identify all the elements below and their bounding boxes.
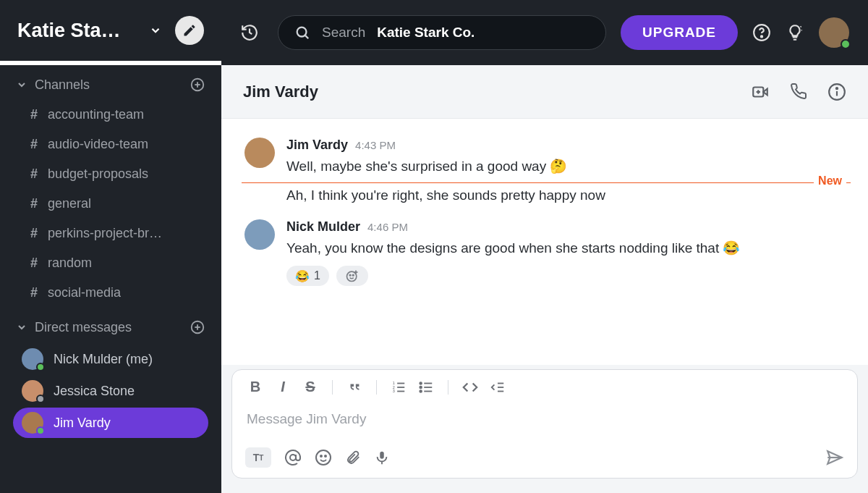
dm-item[interactable]: Jessica Stone — [13, 376, 208, 406]
dm-item-active[interactable]: Jim Vardy — [13, 408, 208, 438]
voice-button[interactable] — [374, 450, 390, 465]
svg-point-30 — [420, 382, 422, 384]
presence-online-icon — [841, 39, 851, 49]
help-icon[interactable] — [752, 23, 771, 42]
message-list: Jim Vardy 4:43 PM Well, maybe she's surp… — [221, 119, 868, 365]
current-user-avatar[interactable] — [819, 17, 849, 48]
channel-name: social-media — [48, 285, 121, 300]
channel-item[interactable]: #general — [4, 189, 217, 219]
quote-button[interactable] — [344, 379, 365, 395]
emoji-button[interactable] — [315, 449, 332, 466]
strike-button[interactable]: S — [300, 379, 320, 395]
channel-item[interactable]: #audio-video-team — [4, 130, 217, 159]
upgrade-button[interactable]: UPGRADE — [621, 15, 738, 50]
channel-name: audio-video-team — [48, 137, 148, 152]
message-author: Nick Mulder — [286, 219, 360, 235]
svg-point-15 — [836, 88, 838, 89]
italic-button[interactable]: I — [273, 379, 293, 395]
dm-label: Direct messages — [35, 320, 190, 335]
avatar[interactable] — [244, 219, 275, 250]
ordered-list-button[interactable]: 123 — [388, 379, 409, 395]
code-block-button[interactable] — [488, 379, 508, 395]
room-header: Jim Vardy — [221, 65, 868, 119]
hash-icon: # — [30, 107, 48, 122]
separator — [448, 380, 448, 395]
channel-item[interactable]: #budget-proposals — [4, 159, 217, 189]
mention-button[interactable] — [284, 449, 302, 466]
search-icon — [294, 25, 310, 41]
hash-icon: # — [30, 167, 48, 182]
message-text: Well, maybe she's surprised in a good wa… — [286, 156, 852, 177]
hash-icon: # — [30, 196, 48, 211]
channels-section-header[interactable]: Channels — [0, 65, 221, 100]
history-icon[interactable] — [240, 23, 259, 42]
svg-point-37 — [316, 450, 331, 465]
code-button[interactable] — [460, 379, 480, 395]
chevron-down-icon — [16, 79, 27, 90]
composer: B I S 123 — [231, 369, 858, 479]
dm-name: Nick Mulder (me) — [54, 352, 153, 367]
presence-online-icon — [36, 363, 45, 371]
lightbulb-icon[interactable] — [786, 23, 804, 42]
channel-name: random — [48, 256, 92, 271]
bold-button[interactable]: B — [245, 379, 265, 395]
workspace-header[interactable]: Katie Sta… — [0, 0, 221, 65]
add-channel-button[interactable] — [190, 77, 205, 93]
channel-name: perkins-project-br… — [48, 226, 162, 241]
room-actions — [751, 83, 846, 101]
svg-point-16 — [346, 271, 356, 281]
svg-point-39 — [325, 455, 326, 457]
dm-section-header[interactable]: Direct messages — [0, 308, 221, 342]
chevron-down-icon — [16, 321, 27, 333]
main-area: Search Katie Stark Co. UPGRADE Jim Vardy — [221, 0, 868, 493]
message-input[interactable]: Message Jim Vardy — [232, 400, 857, 440]
presence-away-icon — [36, 395, 45, 403]
phone-call-icon[interactable] — [790, 83, 807, 101]
svg-point-38 — [320, 455, 322, 457]
toggle-formatting-button[interactable]: TT — [245, 447, 271, 468]
svg-point-31 — [420, 386, 422, 388]
svg-point-9 — [761, 35, 762, 37]
dm-name: Jessica Stone — [54, 384, 135, 399]
svg-point-18 — [352, 275, 354, 277]
svg-point-17 — [349, 275, 351, 277]
avatar — [22, 348, 43, 370]
message: Jim Vardy 4:43 PM Well, maybe she's surp… — [237, 132, 859, 182]
reaction-count: 1 — [314, 269, 320, 282]
dm-list: Nick Mulder (me) Jessica Stone Jim Vardy — [0, 342, 221, 447]
upgrade-label: UPGRADE — [642, 25, 716, 41]
attach-button[interactable] — [345, 450, 361, 465]
dm-name: Jim Vardy — [54, 416, 111, 431]
topbar: Search Katie Stark Co. UPGRADE — [221, 0, 868, 65]
unordered-list-button[interactable] — [416, 379, 436, 395]
hash-icon: # — [30, 137, 48, 152]
channel-item[interactable]: #random — [4, 248, 217, 278]
channel-item[interactable]: #perkins-project-br… — [4, 219, 217, 248]
channel-name: budget-proposals — [48, 167, 148, 182]
reaction[interactable]: 😂 1 — [286, 266, 329, 286]
avatar[interactable] — [244, 138, 275, 168]
edit-button[interactable] — [175, 16, 204, 45]
sidebar: Katie Sta… Channels #accounting-team #au… — [0, 0, 221, 493]
formatting-toolbar: B I S 123 — [232, 370, 857, 400]
new-messages-divider: New — [237, 182, 859, 183]
hash-icon: # — [30, 226, 48, 241]
send-button[interactable] — [825, 448, 844, 467]
channel-item[interactable]: #social-media — [4, 278, 217, 308]
dm-item[interactable]: Nick Mulder (me) — [13, 344, 208, 374]
channel-name: general — [48, 196, 91, 211]
info-icon[interactable] — [827, 83, 846, 101]
message-text: Yeah, you know the designs are good when… — [286, 237, 852, 258]
presence-online-icon — [36, 426, 45, 435]
channel-item[interactable]: #accounting-team — [4, 100, 217, 130]
svg-line-7 — [305, 35, 308, 38]
message: Nick Mulder 4:46 PM Yeah, you know the d… — [237, 214, 859, 292]
video-call-icon[interactable] — [751, 83, 770, 101]
add-dm-button[interactable] — [190, 319, 205, 335]
avatar — [22, 412, 43, 434]
reaction-emoji: 😂 — [295, 269, 310, 283]
message-time: 4:46 PM — [367, 221, 408, 233]
workspace-chevron-icon — [149, 24, 162, 37]
search-input[interactable]: Search Katie Stark Co. — [278, 15, 606, 50]
add-reaction-button[interactable] — [336, 266, 368, 286]
